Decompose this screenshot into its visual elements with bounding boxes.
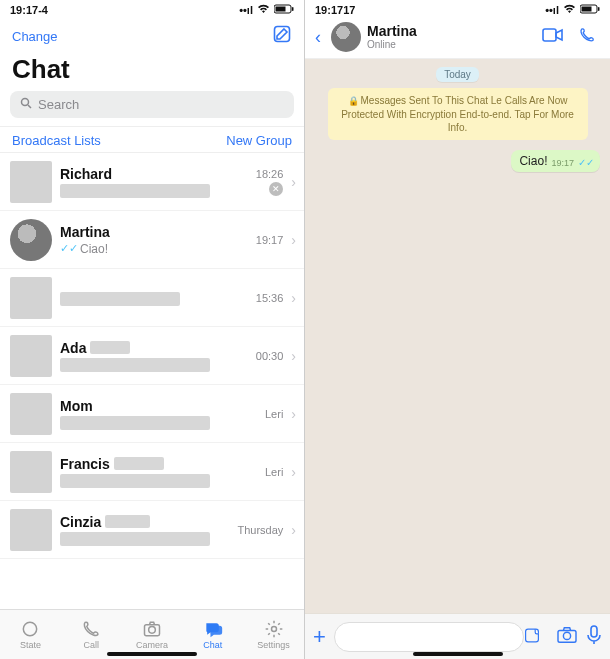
- status-bar: 19:1717 ••ıl: [305, 0, 610, 18]
- chat-time: 00:30: [256, 350, 284, 362]
- chat-preview-redacted: [60, 474, 210, 488]
- chat-name: Martina: [60, 224, 235, 240]
- read-ticks-icon: ✓✓: [578, 157, 594, 168]
- avatar: [10, 161, 52, 203]
- page-title: Chat: [0, 52, 304, 91]
- chat-row[interactable]: Ada 00:30 ›: [0, 327, 304, 385]
- wifi-icon: [563, 4, 576, 16]
- camera-button[interactable]: [556, 626, 578, 648]
- chat-list-panel: 19:17-4 ••ıl Change Chat Search Broadcas…: [0, 0, 305, 659]
- svg-point-4: [22, 99, 29, 106]
- chevron-right-icon: ›: [287, 464, 300, 480]
- chat-preview-redacted: [60, 532, 210, 546]
- chat-preview: ✓✓ Ciao!: [60, 242, 235, 256]
- new-group-link[interactable]: New Group: [226, 133, 292, 148]
- conversation-panel: 19:1717 ••ıl ‹ Martina Online Today: [305, 0, 610, 659]
- lock-icon: 🔒: [348, 96, 359, 106]
- search-input[interactable]: Search: [10, 91, 294, 118]
- chat-time: Leri: [265, 408, 283, 420]
- avatar: [10, 277, 52, 319]
- broadcast-lists-link[interactable]: Broadcast Lists: [12, 133, 101, 148]
- svg-rect-16: [591, 626, 597, 637]
- message-time: 19:17: [551, 158, 574, 168]
- contact-title[interactable]: Martina Online: [367, 24, 532, 50]
- chat-time: 19:17: [256, 234, 284, 246]
- chat-time: 15:36: [256, 292, 284, 304]
- mic-button[interactable]: [586, 625, 602, 649]
- avatar: [10, 393, 52, 435]
- svg-point-7: [149, 627, 156, 634]
- edit-link[interactable]: Change: [12, 29, 58, 44]
- chevron-right-icon: ›: [287, 290, 300, 306]
- tab-state[interactable]: State: [0, 610, 61, 659]
- avatar: [10, 451, 52, 493]
- back-button[interactable]: ‹: [315, 27, 325, 48]
- chat-list-header: Change: [0, 18, 304, 52]
- read-ticks-icon: ✓✓: [60, 242, 78, 255]
- chat-preview-redacted: [60, 358, 210, 372]
- contact-status: Online: [367, 39, 532, 50]
- conversation-body[interactable]: Today 🔒Messages Sent To This Chat Le Cal…: [305, 59, 610, 613]
- battery-icon: [274, 4, 294, 16]
- chat-name-redacted: [60, 292, 180, 306]
- chat-list: Richard 18:26 ✕ › Martina ✓✓ Ciao! 19:17: [0, 153, 304, 609]
- chat-time: Leri: [265, 466, 283, 478]
- status-icons: ••ıl: [239, 4, 294, 16]
- chat-preview-redacted: [60, 184, 210, 198]
- chat-time: Thursday: [237, 524, 283, 536]
- search-icon: [20, 97, 32, 112]
- cellular-icon: ••ıl: [239, 4, 253, 16]
- wifi-icon: [257, 4, 270, 16]
- avatar: [10, 335, 52, 377]
- contact-name: Martina: [367, 24, 532, 39]
- compose-button[interactable]: [272, 24, 292, 48]
- chevron-right-icon: ›: [287, 232, 300, 248]
- sticker-icon[interactable]: [524, 627, 540, 646]
- svg-rect-2: [292, 7, 294, 11]
- message-outgoing[interactable]: Ciao! 19:17 ✓✓: [511, 150, 600, 172]
- tab-settings[interactable]: Settings: [243, 610, 304, 659]
- chat-row[interactable]: Mom Leri ›: [0, 385, 304, 443]
- svg-rect-10: [582, 7, 592, 12]
- chat-row[interactable]: Martina ✓✓ Ciao! 19:17 ›: [0, 211, 304, 269]
- status-bar: 19:17-4 ••ıl: [0, 0, 304, 18]
- message-input[interactable]: [334, 622, 524, 652]
- contact-avatar[interactable]: [331, 22, 361, 52]
- chat-name: Francis: [60, 456, 235, 472]
- svg-point-8: [271, 627, 276, 632]
- chat-row[interactable]: Francis Leri ›: [0, 443, 304, 501]
- status-time: 19:17-4: [10, 4, 48, 16]
- chevron-right-icon: ›: [287, 174, 300, 190]
- chat-preview-redacted: [60, 416, 210, 430]
- home-indicator: [107, 652, 197, 656]
- svg-rect-12: [543, 29, 556, 41]
- muted-icon: ✕: [269, 182, 283, 196]
- attach-button[interactable]: +: [313, 624, 326, 650]
- search-placeholder: Search: [38, 97, 79, 112]
- svg-point-5: [24, 622, 37, 635]
- date-divider: Today: [436, 67, 479, 82]
- message-input-wrap[interactable]: [334, 622, 548, 652]
- battery-icon: [580, 4, 600, 16]
- svg-rect-11: [598, 7, 600, 11]
- chat-name: Ada: [60, 340, 235, 356]
- chat-name: Richard: [60, 166, 235, 182]
- chat-row[interactable]: Richard 18:26 ✕ ›: [0, 153, 304, 211]
- chevron-right-icon: ›: [287, 348, 300, 364]
- encryption-notice[interactable]: 🔒Messages Sent To This Chat Le Calls Are…: [328, 88, 588, 140]
- avatar: [10, 219, 52, 261]
- list-actions-row: Broadcast Lists New Group: [0, 126, 304, 153]
- voice-call-button[interactable]: [574, 26, 600, 48]
- video-call-button[interactable]: [538, 27, 568, 47]
- chat-row[interactable]: Cinzia Thursday ›: [0, 501, 304, 559]
- svg-rect-1: [276, 7, 286, 12]
- chat-name: Mom: [60, 398, 235, 414]
- status-time: 19:1717: [315, 4, 355, 16]
- chevron-right-icon: ›: [287, 406, 300, 422]
- svg-rect-13: [526, 629, 539, 642]
- home-indicator: [413, 652, 503, 656]
- status-icons: ••ıl: [545, 4, 600, 16]
- chat-row[interactable]: 15:36 ›: [0, 269, 304, 327]
- chat-name: Cinzia: [60, 514, 235, 530]
- conversation-header: ‹ Martina Online: [305, 18, 610, 59]
